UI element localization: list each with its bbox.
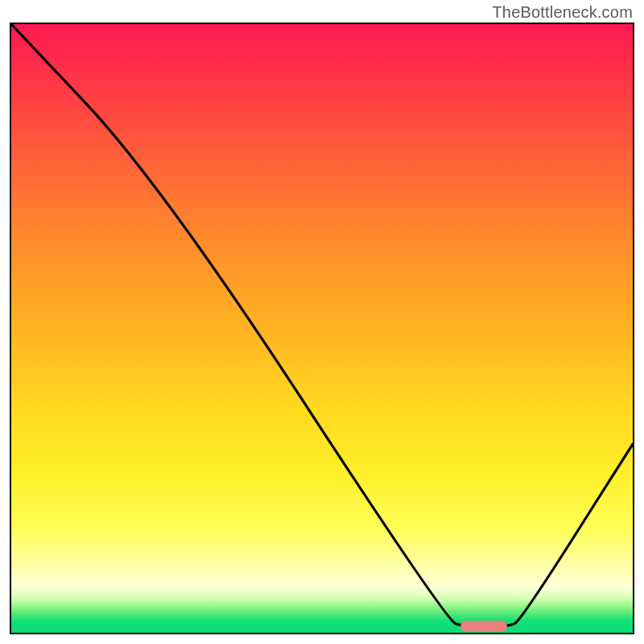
optimal-range-marker: [460, 621, 507, 632]
bottleneck-curve: [11, 24, 633, 633]
chart-frame: [10, 23, 634, 634]
attribution-text: TheBottleneck.com: [492, 3, 633, 22]
